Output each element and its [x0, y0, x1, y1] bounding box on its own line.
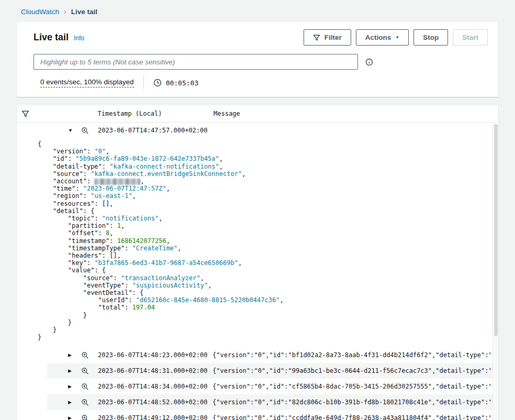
- json-token: "key": [38, 259, 87, 267]
- json-token: : [],: [102, 252, 121, 259]
- inspect-icon[interactable]: [81, 383, 89, 391]
- json-token: ,: [140, 178, 144, 185]
- events-rate-trigger[interactable]: 0 events/sec, 100% displayed: [40, 78, 134, 87]
- row-message: {"version":"0","id":"ccddfa9e-649d-7f88-…: [212, 414, 491, 420]
- json-line: "eventType": "suspiciousActivity",: [38, 282, 490, 289]
- json-token: "5b9a89c6-fa89-043e-1872-642e7337b45a": [75, 155, 219, 162]
- json-view: { "version": "0", "id": "5b9a89c6-fa89-0…: [17, 138, 498, 347]
- json-token: 1: [117, 222, 121, 229]
- json-line: "userId": "d652160c-845e-4680-8815-5220b…: [38, 296, 490, 304]
- stop-button[interactable]: Stop: [413, 29, 448, 46]
- log-row[interactable]: ▶ 2023-06-07T14:49:12.000+02:00 {"versio…: [17, 410, 498, 420]
- log-row[interactable]: ▶ 2023-06-07T14:48:31.000+02:00 {"versio…: [17, 363, 498, 379]
- expand-chevron-icon[interactable]: ▶: [68, 369, 74, 373]
- json-line: "time": "2023-06-07T12:47:57Z",: [38, 185, 490, 192]
- panel-header: Live tail Info Filter Actions ▼ Stop: [33, 29, 488, 46]
- inspect-icon[interactable]: [81, 127, 89, 135]
- json-token: ,: [279, 296, 283, 304]
- json-token: "timestampType": [38, 245, 125, 252]
- json-token: :: [83, 170, 91, 178]
- json-token: : {: [83, 207, 95, 215]
- log-events-table: Timestamp (Local) Message ▼ 2023-06-07T1…: [17, 105, 498, 420]
- row-timestamp: 2023-06-07T14:49:12.000+02:00: [98, 414, 212, 420]
- highlight-terms-input[interactable]: [33, 54, 358, 70]
- json-token: "detail": [38, 207, 83, 215]
- row-timestamp: 2023-06-07T14:48:34.000+02:00: [98, 383, 212, 390]
- json-line: "detail": {: [38, 207, 490, 215]
- expanded-log-row[interactable]: ▼ 2023-06-07T14:47:57.000+02:00: [17, 123, 498, 138]
- caret-down-icon: ▼: [395, 36, 399, 40]
- json-token: "userId": [38, 296, 128, 304]
- page: CloudWatch › Live tail Live tail Info Fi…: [0, 0, 515, 420]
- filter-button[interactable]: Filter: [304, 29, 351, 46]
- collapse-chevron-icon[interactable]: ▼: [68, 128, 74, 133]
- inspect-icon[interactable]: [81, 351, 89, 359]
- json-token: ,: [159, 215, 162, 222]
- json-token: "value": [38, 267, 94, 274]
- json-line: "resources": [],: [38, 200, 490, 207]
- expand-chevron-icon[interactable]: ▶: [68, 384, 74, 389]
- row-timestamp: 2023-06-07T14:48:23.000+02:00: [98, 351, 212, 359]
- scrollbar-thumb[interactable]: [494, 124, 498, 336]
- log-row[interactable]: ▶ 2023-06-07T14:48:52.000+02:00 {"versio…: [17, 394, 498, 410]
- json-token: : [],: [94, 200, 113, 207]
- json-token: "total": [38, 304, 125, 311]
- session-timer: 00:05:03: [166, 79, 199, 87]
- json-line: "region": "us-east-1",: [38, 192, 490, 200]
- json-token: }: [38, 319, 72, 326]
- json-token: "CreateTime": [132, 245, 178, 252]
- json-line: "value": {: [38, 267, 490, 274]
- inspect-icon[interactable]: [81, 414, 89, 420]
- breadcrumb-cloudwatch-link[interactable]: CloudWatch: [21, 8, 59, 16]
- json-token: ,: [208, 282, 211, 289]
- json-token: ,: [238, 259, 242, 267]
- json-token: :: [125, 304, 132, 311]
- breadcrumb-current: Live tail: [71, 8, 97, 16]
- expand-chevron-icon[interactable]: ▶: [68, 353, 74, 358]
- row-timestamp: 2023-06-07T14:47:57.000+02:00: [98, 127, 212, 134]
- inspect-icon[interactable]: [81, 399, 89, 406]
- json-token: :: [109, 237, 117, 245]
- json-token: ,: [106, 148, 109, 155]
- vertical-scrollbar[interactable]: [492, 123, 498, 420]
- expand-chevron-icon[interactable]: ▶: [68, 400, 74, 405]
- json-token: :: [87, 178, 94, 185]
- json-line: "key": "b3fa7865-6ed3-41b7-9687-a54ce650…: [38, 259, 490, 267]
- json-token: :: [98, 229, 106, 237]
- column-filter-icon[interactable]: [21, 110, 29, 118]
- vertical-divider: [143, 76, 144, 90]
- json-token: : {: [94, 267, 106, 274]
- actions-button[interactable]: Actions ▼: [356, 29, 409, 46]
- json-line: "source": "transactionAnalyzer",: [38, 274, 490, 282]
- json-line: "partition": 1,: [38, 222, 490, 229]
- expand-chevron-icon[interactable]: ▶: [68, 416, 74, 420]
- json-token: "eventType": [38, 282, 125, 289]
- json-token: ,: [166, 237, 170, 245]
- log-row[interactable]: ▶ 2023-06-07T14:48:23.000+02:00 {"versio…: [17, 347, 498, 363]
- log-rows: ▶ 2023-06-07T14:48:23.000+02:00 {"versio…: [17, 347, 498, 420]
- json-token: "topic": [38, 215, 94, 222]
- json-line: "account": ,: [38, 178, 490, 185]
- inspect-icon[interactable]: [81, 367, 89, 375]
- stop-button-label: Stop: [423, 34, 439, 41]
- info-icon[interactable]: [365, 58, 373, 66]
- json-token: "offset": [38, 229, 98, 237]
- start-button[interactable]: Start: [453, 29, 488, 46]
- json-token: "timestamp": [38, 237, 109, 245]
- json-line: "timestamp": 1686142077256,: [38, 237, 490, 245]
- filter-button-label: Filter: [324, 34, 342, 41]
- json-line: "timestampType": "CreateTime",: [38, 245, 490, 252]
- header-gutter: [17, 110, 47, 118]
- json-token: "time": [38, 185, 75, 192]
- info-link[interactable]: Info: [74, 35, 84, 42]
- column-header-message: Message: [212, 110, 498, 117]
- json-token: "b3fa7865-6ed3-41b7-9687-a54ce650669b": [94, 259, 238, 267]
- session-stats: 0 events/sec, 100% displayed 00:05:03: [33, 76, 488, 90]
- json-line: "source": "kafka-connect.eventBridgeSink…: [38, 170, 490, 178]
- json-token: {: [38, 140, 41, 148]
- json-line: }: [38, 312, 490, 319]
- log-row[interactable]: ▶ 2023-06-07T14:48:34.000+02:00 {"versio…: [17, 379, 498, 394]
- json-line: "total": 197.04: [38, 304, 490, 311]
- json-token: :: [68, 155, 75, 162]
- json-token: "source": [38, 170, 83, 178]
